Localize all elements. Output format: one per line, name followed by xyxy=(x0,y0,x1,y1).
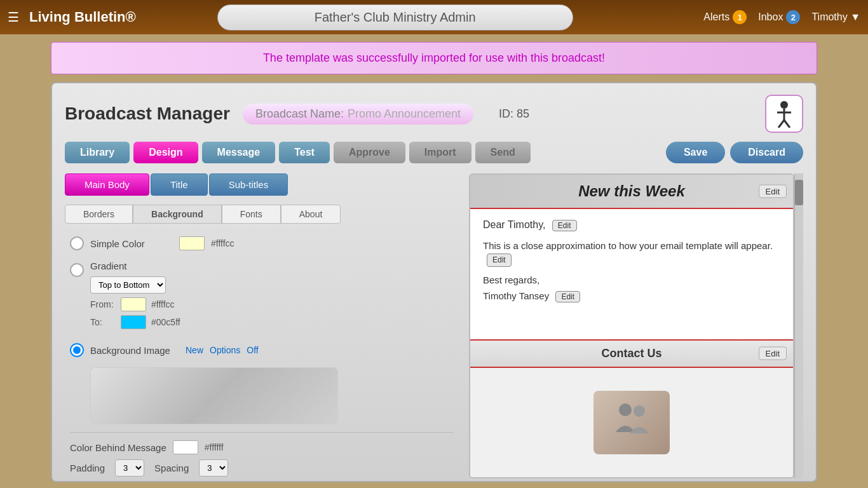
menu-icon[interactable]: ☰ xyxy=(8,10,19,25)
inbox-badge: 2 xyxy=(786,10,800,24)
divider xyxy=(70,432,454,433)
color-behind-label: Color Behind Message xyxy=(70,442,166,453)
simple-color-value: #ffffcc xyxy=(211,238,234,248)
broadcast-name-label: Broadcast Name: xyxy=(255,107,344,121)
svg-line-3 xyxy=(778,120,784,128)
gradient-from-value: #ffffcc xyxy=(151,299,175,309)
preview-signature: Timothy Tansey Edit xyxy=(483,290,780,302)
body-type-tabs: Main Body Title Sub-titles xyxy=(65,173,459,196)
alerts-button[interactable]: Alerts 1 xyxy=(703,10,747,24)
preview-regards: Best regards, xyxy=(483,274,780,285)
broadcast-manager-title: Broadcast Manager xyxy=(65,104,230,124)
contact-section: Contact Us Edit xyxy=(470,341,793,368)
signature-edit-button[interactable]: Edit xyxy=(555,291,580,302)
success-banner: The template was successfully imported f… xyxy=(51,42,817,74)
svg-line-4 xyxy=(784,120,790,128)
test-button[interactable]: Test xyxy=(279,142,330,163)
options-content: Simple Color #ffffcc Gradient Top to Bot… xyxy=(65,234,459,479)
content-area: Main Body Title Sub-titles Borders Backg… xyxy=(65,173,803,478)
color-behind-swatch[interactable] xyxy=(173,440,198,454)
preview-greeting: Dear Timothy, Edit xyxy=(483,219,780,231)
padding-spacing-row: Padding 31245 Spacing 31245 xyxy=(70,459,454,477)
bg-image-off-link[interactable]: Off xyxy=(247,345,258,355)
radio-dot xyxy=(73,346,81,354)
preview-body: Dear Timothy, Edit This is a close appro… xyxy=(470,209,793,341)
approve-button[interactable]: Approve xyxy=(334,142,405,163)
bg-image-options-link[interactable]: Options xyxy=(210,345,240,355)
contact-title: Contact Us xyxy=(601,347,661,360)
gradient-to-label: To: xyxy=(90,317,116,327)
header: ☰ Living Bulletin® Father's Club Ministr… xyxy=(0,0,868,34)
gradient-direction-select[interactable]: Top to Bottom Left to Right Diagonal xyxy=(90,276,166,294)
simple-color-row: Simple Color #ffffcc xyxy=(70,236,454,250)
library-button[interactable]: Library xyxy=(65,142,130,163)
gradient-label: Gradient xyxy=(90,261,180,271)
design-button[interactable]: Design xyxy=(133,142,198,163)
gradient-direction-row: Top to Bottom Left to Right Diagonal xyxy=(90,276,180,294)
tab-fonts[interactable]: Fonts xyxy=(222,205,281,224)
body-text-edit-button[interactable]: Edit xyxy=(487,254,512,267)
bg-image-new-link[interactable]: New xyxy=(186,345,203,355)
padding-select[interactable]: 31245 xyxy=(115,459,144,477)
logo-icon xyxy=(765,95,803,133)
background-image-section: Background Image New Options Off xyxy=(70,343,454,424)
gradient-radio[interactable] xyxy=(70,263,84,277)
discard-button[interactable]: Discard xyxy=(730,142,803,163)
padding-label: Padding xyxy=(70,463,105,473)
scrollbar-thumb[interactable] xyxy=(795,180,803,205)
import-button[interactable]: Import xyxy=(409,142,471,163)
preview-header-edit-button[interactable]: Edit xyxy=(759,185,787,198)
top-row: Broadcast Manager Broadcast Name: Promo … xyxy=(65,95,803,133)
options-tabs: Borders Background Fonts About xyxy=(65,205,459,224)
header-right: Alerts 1 Inbox 2 Timothy ▼ xyxy=(703,10,860,24)
bg-image-label: Background Image xyxy=(90,345,173,356)
preview-image-area xyxy=(470,368,793,478)
tab-background[interactable]: Background xyxy=(133,205,222,224)
org-title: Father's Club Ministry Admin xyxy=(217,4,573,30)
bg-image-radio[interactable] xyxy=(70,343,84,357)
bg-image-row: Background Image New Options Off xyxy=(70,343,454,357)
svg-point-6 xyxy=(634,405,645,417)
tab-main-body[interactable]: Main Body xyxy=(65,173,149,196)
scrollbar[interactable] xyxy=(794,173,803,478)
main-container: Broadcast Manager Broadcast Name: Promo … xyxy=(51,82,817,482)
simple-color-swatch[interactable] xyxy=(179,236,205,250)
broadcast-name-value: Promo Announcement xyxy=(348,107,461,121)
nav-buttons: Library Design Message Test Approve Impo… xyxy=(65,142,803,163)
greeting-edit-button[interactable]: Edit xyxy=(552,220,577,231)
gradient-section: Gradient Top to Bottom Left to Right Dia… xyxy=(90,261,180,333)
svg-point-5 xyxy=(619,403,632,416)
gradient-from-label: From: xyxy=(90,299,116,309)
gradient-from-swatch[interactable] xyxy=(121,297,146,311)
preview-title: New this Week xyxy=(578,182,685,200)
left-panel: Main Body Title Sub-titles Borders Backg… xyxy=(65,173,459,478)
save-discard-group: Save Discard xyxy=(666,142,803,163)
svg-point-0 xyxy=(780,101,788,109)
color-behind-row: Color Behind Message #ffffff xyxy=(70,440,454,454)
simple-color-radio[interactable] xyxy=(70,236,84,250)
tab-title[interactable]: Title xyxy=(151,173,208,196)
send-button[interactable]: Send xyxy=(475,142,531,163)
spacing-label: Spacing xyxy=(154,463,189,473)
save-button[interactable]: Save xyxy=(666,142,725,163)
gradient-from-row: From: #ffffcc xyxy=(90,297,180,311)
message-button[interactable]: Message xyxy=(202,142,276,163)
inbox-button[interactable]: Inbox 2 xyxy=(758,10,800,24)
gradient-to-row: To: #00c5ff xyxy=(90,315,180,329)
contact-edit-button[interactable]: Edit xyxy=(759,347,787,360)
bg-image-preview xyxy=(90,367,338,424)
alerts-badge: 1 xyxy=(733,10,747,24)
color-behind-value: #ffffff xyxy=(205,442,224,452)
preview-area: New this Week Edit Dear Timothy, Edit Th… xyxy=(469,173,803,478)
preview-body-text: This is a close approximation to how you… xyxy=(483,239,780,267)
tab-borders[interactable]: Borders xyxy=(65,205,133,224)
spacing-select[interactable]: 31245 xyxy=(199,459,228,477)
app-title: Living Bulletin® xyxy=(29,9,136,25)
gradient-row: Gradient Top to Bottom Left to Right Dia… xyxy=(70,261,454,333)
tab-about[interactable]: About xyxy=(281,205,341,224)
user-menu[interactable]: Timothy ▼ xyxy=(811,11,860,23)
tab-subtitles[interactable]: Sub-titles xyxy=(209,173,288,196)
gradient-to-swatch[interactable] xyxy=(121,315,146,329)
gradient-to-value: #00c5ff xyxy=(151,317,180,327)
bg-image-links: New Options Off xyxy=(186,345,259,355)
